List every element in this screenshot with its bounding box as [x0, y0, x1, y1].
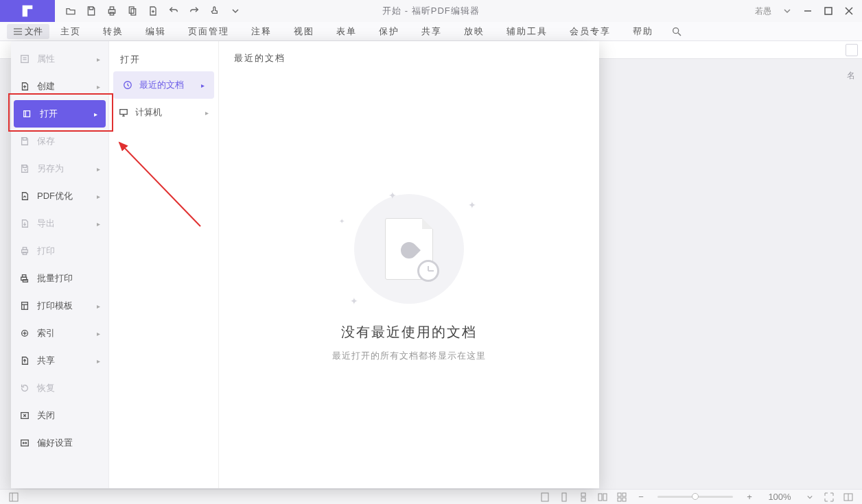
touch-mode-icon[interactable]: [206, 2, 224, 20]
copy-icon[interactable]: [124, 2, 141, 20]
undo-icon[interactable]: [165, 2, 183, 20]
ribbon-search-icon[interactable]: [670, 25, 684, 38]
save-icon[interactable]: [82, 2, 100, 20]
continuous-page-icon[interactable]: [576, 491, 590, 503]
tab-annotate[interactable]: 注释: [240, 22, 283, 41]
file-menu-item-11[interactable]: 共享▸: [11, 347, 108, 374]
svg-rect-44: [598, 494, 602, 501]
two-continuous-icon[interactable]: [615, 491, 629, 503]
open-source-icon: [119, 108, 128, 117]
file-menu-item-icon: [19, 191, 30, 202]
single-page-icon[interactable]: [557, 491, 571, 503]
open-subpanel-title: 打开: [109, 45, 218, 71]
file-menu-item-13[interactable]: 关闭: [11, 402, 108, 429]
file-menu-item-icon: [22, 108, 33, 119]
panel-label-partial: 名: [847, 64, 857, 66]
tab-present[interactable]: 放映: [453, 22, 496, 41]
tab-protect[interactable]: 保护: [368, 22, 410, 41]
file-menu-item-label: 打印模板: [37, 300, 73, 312]
file-menu-item-icon: [19, 437, 30, 448]
status-bar: − + 100%: [0, 489, 862, 504]
open-icon[interactable]: [62, 2, 80, 20]
new-doc-icon[interactable]: [144, 2, 162, 20]
file-menu-item-icon: [19, 273, 30, 284]
zoom-slider[interactable]: [657, 496, 733, 498]
user-dropdown-icon[interactable]: [778, 2, 796, 20]
title-bar: 开始 - 福昕PDF编辑器 若愚: [0, 0, 862, 22]
file-menu-panel: 属性▸创建▸打开▸保存另存为▸PDF优化▸导出▸打印批量打印打印模板▸索引▸共享…: [11, 41, 599, 488]
file-menu-item-label: 索引: [37, 327, 55, 339]
zoom-in-button[interactable]: +: [743, 491, 756, 503]
file-menu-item-label: 属性: [37, 53, 55, 65]
minimize-button[interactable]: [799, 2, 817, 20]
open-source-label: 最近的文档: [139, 79, 184, 91]
chevron-right-icon: ▸: [97, 165, 100, 173]
svg-rect-41: [562, 493, 566, 501]
two-page-icon[interactable]: [596, 491, 609, 503]
file-menu-sidebar: 属性▸创建▸打开▸保存另存为▸PDF优化▸导出▸打印批量打印打印模板▸索引▸共享…: [11, 41, 109, 488]
qat-more-icon[interactable]: [226, 2, 244, 20]
file-menu-item-14[interactable]: 偏好设置: [11, 429, 108, 457]
file-menu-item-icon: [19, 53, 30, 64]
file-menu-item-icon: [19, 81, 30, 92]
file-menu-item-label: 另存为: [37, 163, 64, 175]
file-menu-item-1[interactable]: 创建▸: [11, 73, 108, 100]
zoom-out-button[interactable]: −: [634, 491, 648, 503]
tabstrip-button[interactable]: [846, 44, 858, 56]
tab-edit[interactable]: 编辑: [135, 22, 177, 41]
svg-rect-1: [110, 7, 113, 10]
chevron-right-icon: ▸: [97, 220, 100, 228]
svg-point-31: [23, 442, 24, 444]
tab-view[interactable]: 视图: [283, 22, 325, 41]
file-menu-item-label: 关闭: [37, 409, 55, 422]
file-menu-item-7: 打印: [11, 237, 108, 265]
file-menu-item-8[interactable]: 批量打印: [11, 265, 108, 292]
tab-pages[interactable]: 页面管理: [177, 22, 240, 41]
user-name[interactable]: 若愚: [751, 5, 776, 17]
tab-forms[interactable]: 表单: [325, 22, 368, 41]
chevron-right-icon: ▸: [97, 330, 100, 337]
file-menu-item-10[interactable]: 索引▸: [11, 320, 108, 347]
recent-documents-empty: ✦ ✦ ✦ ✦ 没有最近使用的文档 最近打开的所有文档都将显示在这里: [219, 67, 599, 488]
recent-documents-title: 最近的文档: [219, 41, 599, 67]
clock-icon: [417, 260, 439, 282]
tab-convert[interactable]: 转换: [92, 22, 135, 41]
file-menu-item-label: 共享: [37, 355, 55, 367]
zoom-dropdown-icon[interactable]: [803, 491, 817, 503]
maximize-button[interactable]: [819, 2, 837, 20]
chevron-right-icon: ▸: [97, 357, 100, 365]
read-mode-icon[interactable]: [841, 491, 855, 503]
tab-home[interactable]: 主页: [49, 22, 92, 41]
svg-rect-22: [23, 280, 27, 283]
fit-page-icon[interactable]: [538, 491, 552, 503]
tab-help[interactable]: 帮助: [622, 22, 664, 41]
fullscreen-icon[interactable]: [822, 491, 836, 503]
file-menu-item-icon: [19, 410, 30, 421]
svg-rect-46: [618, 493, 621, 496]
file-tab-label: 文件: [25, 25, 43, 38]
file-menu-item-2[interactable]: 打开▸: [14, 100, 106, 128]
file-menu-item-icon: [19, 136, 30, 147]
svg-point-32: [25, 442, 27, 444]
open-source-item-1[interactable]: 计算机▸: [109, 99, 218, 126]
file-menu-item-9[interactable]: 打印模板▸: [11, 292, 108, 320]
redo-icon[interactable]: [185, 2, 203, 20]
tab-share[interactable]: 共享: [410, 22, 453, 41]
close-button[interactable]: [840, 2, 858, 20]
file-tab[interactable]: 文件: [7, 24, 49, 39]
print-icon[interactable]: [103, 2, 121, 20]
svg-rect-19: [23, 252, 26, 255]
chevron-right-icon: ▸: [97, 193, 100, 200]
file-menu-item-label: 创建: [37, 80, 55, 93]
sidebar-toggle-icon[interactable]: [7, 491, 21, 503]
file-menu-item-label: 偏好设置: [37, 437, 73, 449]
tab-aux-tools[interactable]: 辅助工具: [496, 22, 559, 41]
file-menu-item-icon: [19, 245, 30, 256]
zoom-percent[interactable]: 100%: [762, 492, 797, 502]
file-menu-item-5[interactable]: PDF优化▸: [11, 182, 108, 210]
sparkle-icon: ✦: [350, 296, 358, 307]
open-source-item-0[interactable]: 最近的文档▸: [113, 71, 214, 99]
window-controls: 若愚: [751, 2, 862, 20]
tab-vip[interactable]: 会员专享: [559, 22, 622, 41]
file-menu-item-label: 保存: [37, 135, 55, 147]
